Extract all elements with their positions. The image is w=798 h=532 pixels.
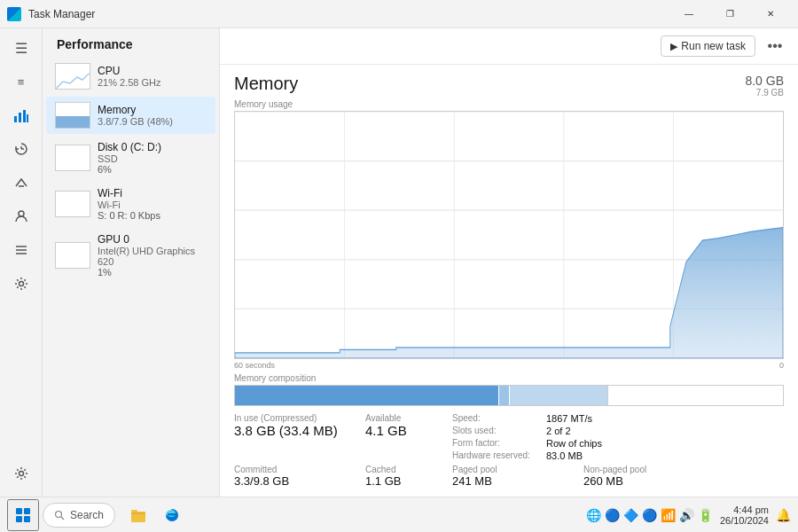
svg-rect-1 <box>19 113 21 122</box>
cpu-thumb <box>55 63 90 90</box>
stat-cached: Cached 1.1 GB <box>365 465 445 488</box>
paged-value: 241 MB <box>452 474 576 488</box>
minimize-button[interactable]: — <box>669 0 709 28</box>
paged-label: Paged pool <box>452 465 576 474</box>
composition-label: Memory composition <box>234 373 784 383</box>
main-content: ▶ Run new task ••• Memory 8.0 GB 7.9 GB … <box>220 28 798 497</box>
sidebar-users[interactable] <box>4 200 39 232</box>
sidebar-services[interactable] <box>4 268 39 300</box>
comp-modified <box>498 386 509 405</box>
in-use-label: In use (Compressed) <box>234 413 358 423</box>
svg-rect-3 <box>27 114 28 122</box>
form-row: Form factor: Row of chips <box>452 438 614 449</box>
cpu-name: CPU <box>98 65 207 77</box>
gpu-thumb <box>55 242 90 269</box>
stat-available: Available 4.1 GB <box>365 413 445 461</box>
gpu-name: GPU 0 <box>98 233 207 246</box>
wifi-info: Wi-Fi Wi-Fi S: 0 R: 0 Kbps <box>98 187 207 221</box>
run-new-task-label: Run new task <box>681 40 746 52</box>
wifi-sub: Wi-Fi <box>98 200 207 210</box>
taskbar-time[interactable]: 4:44 pm 26/10/2024 <box>720 505 769 526</box>
stats-row2: Committed 3.3/9.8 GB Cached 1.1 GB Paged… <box>234 465 784 488</box>
sidebar-performance[interactable] <box>4 99 39 131</box>
taskbar-app-edge[interactable] <box>156 499 188 531</box>
start-icon <box>16 508 30 522</box>
taskbar-search[interactable]: Search <box>43 503 115 528</box>
comp-free <box>607 386 783 405</box>
gpu-info: GPU 0 Intel(R) UHD Graphics 620 1% <box>98 233 207 278</box>
sidebar-item-wifi[interactable]: Wi-Fi Wi-Fi S: 0 R: 0 Kbps <box>46 182 215 226</box>
taskbar-app-explorer[interactable] <box>122 499 154 531</box>
taskbar-right: 🌐 🔵 🔷 🔵 📶 🔊 🔋 4:44 pm 26/10/2024 🔔 <box>586 505 791 526</box>
slots-label: Slots used: <box>452 426 541 436</box>
sidebar-item-memory[interactable]: Memory 3.8/7.9 GB (48%) <box>46 97 215 134</box>
memory-header: Memory 8.0 GB 7.9 GB <box>234 74 784 98</box>
start-button[interactable] <box>7 499 39 531</box>
stat-in-use: In use (Compressed) 3.8 GB (33.4 MB) <box>234 413 358 461</box>
cached-value: 1.1 GB <box>365 474 445 488</box>
tray-icon-4: 🔵 <box>642 508 657 522</box>
memory-section: Memory 8.0 GB 7.9 GB Memory usage <box>220 65 798 497</box>
slots-value: 2 of 2 <box>546 426 571 436</box>
disk-name: Disk 0 (C: D:) <box>98 141 207 153</box>
explorer-icon <box>129 506 147 524</box>
more-options-button[interactable]: ••• <box>763 34 787 59</box>
panel-header: Performance <box>43 28 219 57</box>
sidebar-item-disk[interactable]: Disk 0 (C: D:) SSD 6% <box>46 136 215 180</box>
comp-in-use <box>235 386 498 405</box>
users-icon <box>14 209 28 223</box>
sidebar-startup[interactable] <box>4 167 39 199</box>
wifi-name: Wi-Fi <box>98 187 207 200</box>
memory-usage-label: Memory usage <box>234 99 784 109</box>
speed-value: 1867 MT/s <box>546 413 592 424</box>
speed-label: Speed: <box>452 413 541 424</box>
sidebar-item-cpu[interactable]: CPU 21% 2.58 GHz <box>46 58 215 95</box>
composition-bar <box>234 385 784 406</box>
tray-icon-1: 🌐 <box>586 508 601 522</box>
svg-point-11 <box>19 282 23 286</box>
restore-button[interactable]: ❐ <box>709 0 750 28</box>
apphistory-icon <box>14 142 28 156</box>
cpu-sub: 21% 2.58 GHz <box>98 77 207 88</box>
disk-info: Disk 0 (C: D:) SSD 6% <box>98 141 207 175</box>
stat-right-1: Speed: 1867 MT/s Slots used: 2 of 2 Form… <box>452 413 614 461</box>
search-text: Search <box>70 509 104 521</box>
in-use-value: 3.8 GB (33.4 MB) <box>234 423 358 438</box>
sidebar-processes[interactable]: ≡ <box>4 66 39 98</box>
available-value: 4.1 GB <box>365 423 445 438</box>
sidebar-hamburger[interactable]: ☰ <box>4 32 39 64</box>
stat-nonpaged: Non-paged pool 260 MB <box>583 465 690 488</box>
memory-sub: 3.8/7.9 GB (48%) <box>98 116 207 127</box>
sidebar-bottom <box>4 458 39 497</box>
app-icon <box>7 7 21 21</box>
comp-standby <box>509 386 607 405</box>
edge-icon <box>163 506 181 524</box>
memory-chart <box>235 112 783 358</box>
search-icon <box>54 510 65 520</box>
gpu-sub: Intel(R) UHD Graphics 620 <box>98 246 207 267</box>
memory-total-value: 8.0 GB <box>745 74 784 88</box>
memory-info: Memory 3.8/7.9 GB (48%) <box>98 104 207 127</box>
run-icon: ▶ <box>670 41 677 52</box>
details-icon <box>14 243 28 257</box>
memory-used-value: 7.9 GB <box>745 88 784 98</box>
taskbar-apps <box>122 499 188 531</box>
sidebar-item-gpu[interactable]: GPU 0 Intel(R) UHD Graphics 620 1% <box>46 228 215 283</box>
chart-time-start: 60 seconds <box>234 361 275 370</box>
svg-point-7 <box>19 211 24 216</box>
nonpaged-value: 260 MB <box>583 474 690 488</box>
battery-icon: 🔋 <box>698 508 713 522</box>
left-panel: Performance CPU 21% 2.58 GHz M <box>43 28 220 497</box>
speed-row: Speed: 1867 MT/s <box>452 413 614 424</box>
hardware-row: Hardware reserved: 83.0 MB <box>452 450 614 461</box>
settings-button[interactable] <box>4 458 39 489</box>
svg-rect-2 <box>23 110 26 122</box>
tray-icon-3: 🔷 <box>623 508 638 522</box>
run-new-task-button[interactable]: ▶ Run new task <box>661 35 755 57</box>
close-button[interactable]: ✕ <box>750 0 791 28</box>
notification-icon[interactable]: 🔔 <box>776 508 791 522</box>
sidebar-details[interactable] <box>4 234 39 266</box>
clock: 4:44 pm <box>720 505 769 515</box>
sidebar-apphistory[interactable] <box>4 133 39 165</box>
services-icon <box>14 277 28 291</box>
